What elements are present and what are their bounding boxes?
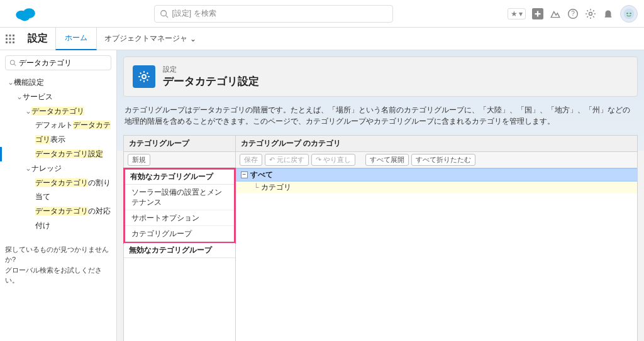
highlight-annotation: 有効なカテゴリグループ ソーラー設備の設置とメンテナンス サポートオプション カ…	[123, 168, 236, 244]
group-item[interactable]: サポートオプション	[125, 210, 234, 226]
chevron-down-icon: ▾	[519, 9, 523, 18]
new-group-button[interactable]: 新規	[128, 154, 150, 166]
group-item[interactable]: ソーラー設備の設置とメンテナンス	[125, 185, 234, 210]
svg-text:?: ?	[571, 10, 575, 17]
chevron-down-icon: ⌄	[190, 35, 196, 43]
node-default-data-category-visibility[interactable]: デフォルトデータカテゴリ表示	[5, 118, 111, 147]
salesforce-logo-icon	[13, 5, 39, 23]
active-groups-header: 有効なカテゴリグループ	[125, 170, 234, 185]
group-item[interactable]: カテゴリグループ	[125, 226, 234, 242]
svg-rect-19	[9, 41, 11, 43]
sidebar-help-note: 探しているものが見つかりませんか? グローバル検索をお試しください。	[5, 244, 111, 286]
svg-point-23	[142, 75, 146, 78]
redo-button[interactable]: ↷やり直し	[311, 154, 355, 166]
save-button[interactable]: 保存	[240, 154, 262, 166]
svg-point-2	[19, 13, 30, 21]
category-tree-panel: カテゴリグループ のカテゴリ 保存 ↶元に戻す ↷やり直し すべて展開 すべて折…	[236, 136, 637, 341]
node-knowledge[interactable]: ⌄ナレッジ	[5, 161, 111, 176]
page-header: 設定 データカテゴリ設定	[123, 57, 638, 97]
global-header: [設定] を検索 ★ ▾ ?	[0, 0, 644, 28]
quickfind-field[interactable]	[19, 58, 107, 67]
gear-icon[interactable]	[585, 8, 596, 19]
collapse-icon[interactable]: −	[241, 171, 248, 178]
gear-icon	[133, 65, 155, 88]
help-icon[interactable]: ?	[567, 8, 579, 19]
redo-icon: ↷	[316, 156, 321, 164]
category-tree-title: カテゴリグループ のカテゴリ	[236, 136, 637, 152]
tree-node-category[interactable]: └ カテゴリ	[236, 181, 637, 193]
search-icon	[9, 59, 16, 67]
avatar[interactable]	[620, 5, 638, 23]
undo-button[interactable]: ↶元に戻す	[265, 154, 309, 166]
node-data-category-mapping[interactable]: データカテゴリの対応付け	[5, 204, 111, 233]
category-panels: カテゴリグループ 新規 有効なカテゴリグループ ソーラー設備の設置とメンテナンス…	[123, 135, 638, 341]
svg-rect-18	[6, 41, 8, 43]
tree-node-label: カテゴリ	[261, 183, 291, 192]
add-icon[interactable]	[532, 8, 543, 19]
expand-all-button[interactable]: すべて展開	[365, 154, 409, 166]
quickfind-input[interactable]	[5, 55, 111, 70]
svg-point-9	[624, 8, 635, 19]
svg-point-8	[589, 12, 592, 15]
tree-branch-icon: └	[253, 183, 258, 191]
svg-rect-20	[13, 41, 14, 43]
svg-rect-16	[9, 38, 11, 40]
node-data-category-setup[interactable]: データカテゴリ設定	[5, 147, 111, 161]
svg-rect-12	[6, 35, 8, 36]
favorites-dropdown[interactable]: ★ ▾	[508, 8, 526, 19]
svg-rect-15	[6, 38, 8, 40]
tab-object-manager-label: オブジェクトマネージャ	[104, 33, 187, 44]
inactive-groups-header: 無効なカテゴリグループ	[124, 243, 235, 258]
app-nav: 設定 ホーム オブジェクトマネージャ ⌄	[0, 28, 644, 50]
svg-rect-17	[13, 38, 14, 40]
header-utility: ★ ▾ ?	[508, 5, 638, 23]
bell-icon[interactable]	[602, 8, 614, 19]
breadcrumb: 設定	[163, 65, 259, 74]
svg-rect-13	[9, 35, 11, 36]
svg-point-11	[630, 12, 631, 14]
search-placeholder: [設定] を検索	[172, 8, 216, 19]
svg-rect-14	[13, 35, 14, 36]
category-group-panel: カテゴリグループ 新規 有効なカテゴリグループ ソーラー設備の設置とメンテナンス…	[124, 136, 236, 341]
page-title: データカテゴリ設定	[163, 74, 259, 89]
astro-icon	[623, 8, 635, 20]
category-group-title: カテゴリグループ	[124, 136, 235, 152]
node-feature-settings[interactable]: ⌄機能設定	[5, 75, 111, 90]
tree-node-label: すべて	[250, 170, 273, 180]
page-description: カテゴリグループはデータカテゴリの階層です。たとえば、「場所」という名前のカテゴ…	[125, 104, 636, 127]
setup-sidebar: ⌄機能設定 ⌄サービス ⌄データカテゴリ デフォルトデータカテゴリ表示 データカ…	[0, 50, 117, 341]
setup-tree: ⌄機能設定 ⌄サービス ⌄データカテゴリ デフォルトデータカテゴリ表示 データカ…	[5, 75, 111, 233]
node-service[interactable]: ⌄サービス	[5, 90, 111, 104]
svg-line-4	[165, 15, 168, 18]
tab-object-manager[interactable]: オブジェクトマネージャ ⌄	[97, 33, 204, 44]
tree-node-all[interactable]: − すべて	[236, 168, 637, 181]
svg-point-21	[10, 60, 14, 65]
svg-point-10	[626, 12, 628, 14]
app-launcher-icon[interactable]	[0, 34, 20, 44]
tab-home[interactable]: ホーム	[55, 28, 97, 50]
app-name: 設定	[20, 32, 55, 45]
svg-line-22	[14, 64, 16, 66]
main-content: 設定 データカテゴリ設定 カテゴリグループはデータカテゴリの階層です。たとえば、…	[117, 50, 644, 341]
node-data-categories[interactable]: ⌄データカテゴリ	[5, 104, 111, 119]
global-search-input[interactable]: [設定] を検索	[154, 5, 393, 23]
collapse-all-button[interactable]: すべて折りたたむ	[411, 154, 475, 166]
undo-icon: ↶	[269, 156, 275, 164]
trailhead-icon[interactable]	[550, 8, 561, 19]
search-icon	[160, 9, 169, 18]
svg-point-3	[160, 10, 166, 16]
node-data-category-assignments[interactable]: データカテゴリの割り当て	[5, 176, 111, 205]
star-icon: ★	[511, 9, 518, 18]
